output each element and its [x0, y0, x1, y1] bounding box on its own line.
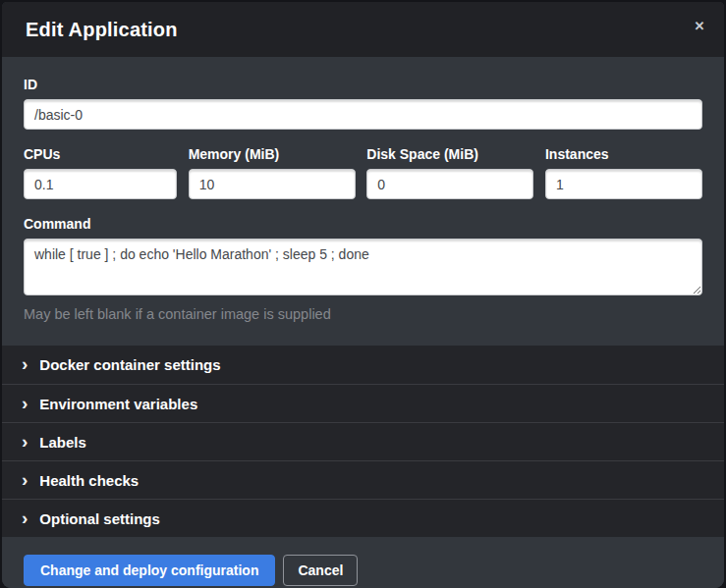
disk-input[interactable] — [366, 169, 533, 199]
cpus-input[interactable] — [24, 169, 177, 199]
section-label: Health checks — [39, 472, 139, 489]
resources-row: CPUs Memory (MiB) Disk Space (MiB) Insta… — [24, 146, 702, 199]
chevron-right-icon: › — [22, 432, 28, 451]
change-and-deploy-button[interactable]: Change and deploy configuration — [24, 555, 275, 586]
cpus-label: CPUs — [24, 146, 177, 162]
edit-application-modal: Edit Application ✕ ID CPUs Memory (MiB) … — [2, 2, 724, 588]
modal-header: Edit Application ✕ — [2, 2, 724, 57]
command-textarea[interactable]: while [ true ] ; do echo 'Hello Marathon… — [24, 239, 702, 295]
section-optional-settings[interactable]: › Optional settings — [2, 499, 724, 537]
section-label: Docker container settings — [39, 356, 220, 373]
memory-input[interactable] — [189, 169, 356, 199]
section-labels[interactable]: › Labels — [2, 422, 724, 460]
chevron-right-icon: › — [22, 470, 28, 489]
disk-label: Disk Space (MiB) — [366, 146, 533, 162]
section-environment-variables[interactable]: › Environment variables — [2, 384, 724, 422]
instances-field-group: Instances — [545, 146, 702, 199]
command-help-text: May be left blank if a container image i… — [24, 306, 702, 322]
chevron-right-icon: › — [22, 508, 28, 527]
cpus-field-group: CPUs — [24, 146, 177, 199]
instances-label: Instances — [545, 146, 702, 162]
section-label: Optional settings — [39, 510, 160, 527]
close-button[interactable]: ✕ — [689, 16, 710, 37]
id-field-group: ID — [24, 77, 702, 130]
disk-field-group: Disk Space (MiB) — [366, 146, 533, 199]
memory-field-group: Memory (MiB) — [189, 146, 356, 199]
modal-title: Edit Application — [26, 19, 178, 41]
modal-footer: Change and deploy configuration Cancel — [2, 537, 724, 588]
section-label: Environment variables — [39, 396, 197, 412]
chevron-right-icon: › — [22, 394, 28, 412]
command-label: Command — [24, 216, 702, 232]
modal-body: ID CPUs Memory (MiB) Disk Space (MiB) In… — [2, 57, 724, 346]
memory-label: Memory (MiB) — [189, 146, 356, 162]
section-label: Labels — [39, 434, 86, 451]
section-health-checks[interactable]: › Health checks — [2, 460, 724, 499]
chevron-right-icon: › — [22, 354, 28, 373]
id-input[interactable] — [24, 99, 702, 130]
section-docker-container-settings[interactable]: › Docker container settings — [2, 346, 724, 384]
instances-input[interactable] — [545, 169, 702, 199]
cancel-button[interactable]: Cancel — [283, 555, 358, 586]
close-icon: ✕ — [695, 19, 705, 33]
accordion-sections: › Docker container settings › Environmen… — [2, 346, 724, 537]
command-field-group: Command while [ true ] ; do echo 'Hello … — [24, 216, 702, 322]
id-label: ID — [24, 77, 702, 92]
